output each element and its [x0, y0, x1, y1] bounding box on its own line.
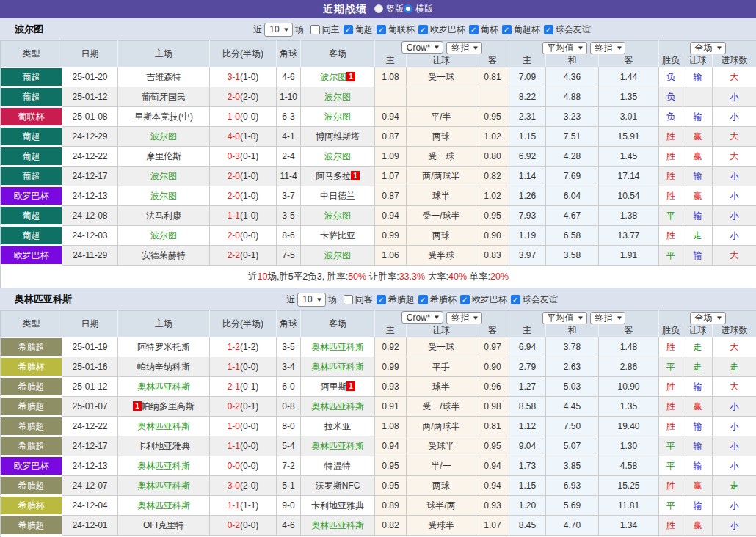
result-handicap-value: 走 — [694, 362, 702, 372]
team-name-link[interactable]: 摩里伦斯 — [146, 151, 181, 161]
recent-count-select[interactable]: 10▼ — [264, 23, 292, 37]
bookmaker-select[interactable]: Crow*▼ — [401, 311, 444, 324]
orientation-radio-option[interactable]: 竖版 — [374, 3, 404, 15]
recent-label: 近 — [286, 293, 295, 306]
avg-select[interactable]: 平均值▼ — [542, 42, 587, 54]
league-type-cell: 希腊超 — [1, 397, 62, 417]
team-name-link[interactable]: 拉米亚 — [324, 421, 351, 431]
league-checkbox[interactable]: ✓ — [502, 25, 512, 34]
team-name-link[interactable]: 波尔图 — [324, 112, 351, 122]
team-name-link[interactable]: 奥林匹亚科斯 — [137, 461, 190, 471]
team-name-link[interactable]: 吉维森特 — [146, 72, 181, 82]
avg-away: 1.35 — [599, 87, 659, 107]
team-name-link[interactable]: 安德莱赫特 — [142, 250, 186, 260]
team-name-link[interactable]: 波尔图 — [150, 171, 177, 181]
league-type-cell: 葡联杯 — [1, 107, 62, 127]
recent-count-select[interactable]: 10▼ — [297, 293, 325, 307]
team-name-link[interactable]: 卡萨比亚 — [320, 230, 355, 241]
result-goals: 小 — [713, 186, 756, 206]
team-name-link[interactable]: 波尔图 — [150, 131, 177, 142]
result-handicap-value: 输 — [694, 211, 702, 221]
league-checkbox[interactable]: ✓ — [377, 295, 386, 304]
summary-text: 近10场,胜5平2负3, 胜率:50% 让胜率:33.3% 大率:40% 单率:… — [1, 266, 756, 288]
team-name-link[interactable]: 奥林匹亚科斯 — [311, 520, 364, 530]
home-team-cell: 奥林匹亚科斯 — [118, 377, 210, 397]
team-section: 波尔图近10▼场同主✓葡超✓葡联杯✓欧罗巴杯✓葡杯✓葡超杯✓球会友谊类型日期主场… — [0, 18, 756, 288]
avg-home: 1.12 — [509, 417, 546, 436]
team-name-link[interactable]: 阿里斯 — [320, 381, 346, 392]
full-time-score: 0-2 — [228, 520, 240, 530]
team-name-link[interactable]: 波尔图 — [324, 92, 351, 102]
odds-away: 0.94 — [476, 476, 509, 496]
team-name-link[interactable]: 卡利地亚雅典 — [137, 441, 190, 451]
avg-away: 1.48 — [599, 337, 659, 357]
team-name-link[interactable]: 特温特 — [324, 461, 351, 471]
team-name-link[interactable]: 帕纳辛纳科斯 — [137, 362, 190, 372]
result-winloss: 负 — [659, 87, 683, 107]
team-name-link[interactable]: 波尔图 — [324, 151, 351, 161]
avg-stage-select[interactable]: 终指▼ — [590, 312, 626, 324]
column-header: 让球 — [683, 324, 713, 337]
team-name-link[interactable]: 葡萄牙国民 — [142, 92, 186, 102]
league-checkbox[interactable]: ✓ — [418, 295, 428, 304]
team-name-link[interactable]: OFI克里特 — [143, 520, 184, 530]
corner-count: 9-0 — [277, 496, 301, 516]
team-name-link[interactable]: 法马利康 — [146, 211, 181, 221]
result-goals: 小 — [713, 436, 756, 456]
team-name-link[interactable]: 沃罗斯NFC — [316, 481, 360, 491]
league-type-badge: 葡超 — [1, 207, 62, 224]
team-name-link[interactable]: 奥林匹亚科斯 — [137, 381, 190, 392]
result-handicap: 输 — [683, 107, 713, 127]
team-name-link[interactable]: 奥林匹亚科斯 — [311, 362, 364, 372]
avg-draw: 4.88 — [546, 87, 599, 107]
odds-stage-select[interactable]: 终指▼ — [446, 42, 482, 54]
league-checkbox[interactable] — [344, 295, 353, 304]
scope-select[interactable]: 全场▼ — [690, 42, 726, 54]
team-name-link[interactable]: 阿特罗米托斯 — [137, 342, 190, 352]
odds-stage-select[interactable]: 终指▼ — [446, 312, 482, 324]
league-checkbox[interactable] — [310, 25, 320, 34]
avg-stage-select[interactable]: 终指▼ — [590, 42, 626, 54]
odds-away: 0.95 — [476, 107, 509, 127]
team-name-link[interactable]: 波尔图 — [324, 211, 351, 221]
team-name-link[interactable]: 里斯本竞技(中) — [134, 112, 193, 122]
team-name-link[interactable]: 奥林匹亚科斯 — [311, 342, 364, 352]
team-name-link[interactable]: 卡利地亚雅典 — [311, 500, 364, 511]
orientation-radio-selected[interactable]: 横版 — [404, 3, 433, 15]
team-name-link[interactable]: 博阿维斯塔 — [316, 131, 360, 142]
league-checkbox[interactable]: ✓ — [511, 295, 520, 304]
avg-select[interactable]: 平均值▼ — [542, 312, 587, 324]
team-name-link[interactable]: 波尔图 — [150, 230, 177, 241]
league-checkbox[interactable]: ✓ — [377, 25, 386, 34]
team-name-link[interactable]: 波尔图 — [320, 72, 346, 82]
scope-select[interactable]: 全场▼ — [690, 312, 726, 324]
team-name-link[interactable]: 波尔图 — [150, 191, 177, 201]
result-winloss: 胜 — [659, 377, 683, 397]
half-time-score: (1-0) — [240, 72, 258, 82]
avg-draw: 2.63 — [546, 357, 599, 377]
team-name-link[interactable]: 波尔图 — [324, 250, 351, 260]
league-checkbox[interactable]: ✓ — [418, 25, 428, 34]
team-name-link[interactable]: 奥林匹亚科斯 — [137, 481, 190, 491]
league-checkbox[interactable]: ✓ — [460, 295, 470, 304]
avg-away: 10.54 — [599, 186, 659, 206]
bookmaker-select[interactable]: Crow*▼ — [401, 41, 444, 54]
team-name-link[interactable]: 奥林匹亚科斯 — [311, 401, 364, 412]
result-goals: 大 — [713, 147, 756, 167]
result-goals-value: 走 — [730, 481, 739, 491]
league-checkbox[interactable]: ✓ — [544, 25, 553, 34]
team-name-link[interactable]: 奥林匹亚科斯 — [311, 441, 364, 451]
column-header: 类型 — [1, 311, 62, 337]
team-name-link[interactable]: 中日德兰 — [320, 191, 355, 201]
league-checkbox[interactable]: ✓ — [469, 25, 479, 34]
result-winloss-value: 胜 — [666, 520, 675, 530]
team-name-link[interactable]: 帕纳多里高斯 — [142, 401, 195, 412]
table-head-row-groups: 类型日期主场比分(半场)角球客场Crow*▼终指▼平均值▼终指▼全场▼ — [1, 311, 756, 325]
team-name-link[interactable]: 奥林匹亚科斯 — [137, 500, 190, 511]
league-checkbox[interactable]: ✓ — [344, 25, 353, 34]
avg-home: 6.94 — [509, 337, 546, 357]
avg-draw: 5.07 — [546, 436, 599, 456]
score-cell: 1-1(0-0) — [210, 436, 277, 456]
team-name-link[interactable]: 阿马多拉 — [316, 171, 351, 181]
team-name-link[interactable]: 奥林匹亚科斯 — [137, 421, 190, 431]
